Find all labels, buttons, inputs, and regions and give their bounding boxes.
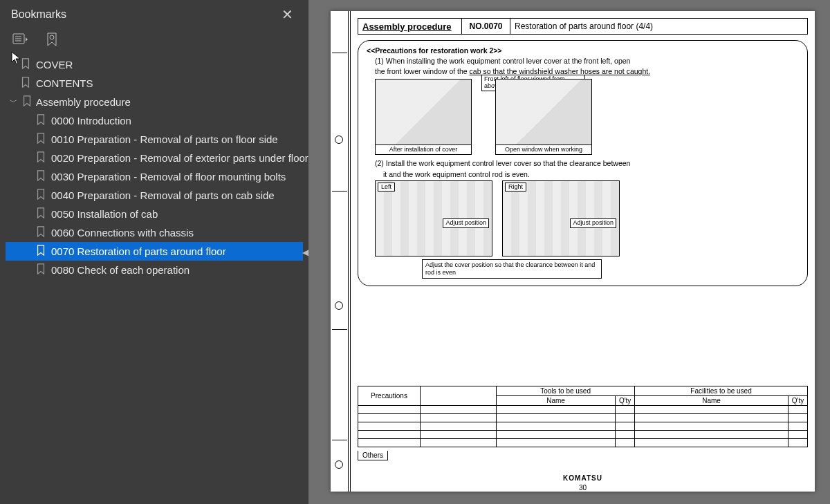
bookmark-label: 0040 Preparation - Removal of parts on c… xyxy=(51,189,275,201)
page-content: Assembly procedure NO.0070 Restoration o… xyxy=(350,11,815,492)
th-precautions: Precautions xyxy=(358,386,421,406)
bookmark-icon xyxy=(36,151,46,165)
tag-right: Right xyxy=(505,183,526,192)
bookmark-0040[interactable]: 0040 Preparation - Removal of parts on c… xyxy=(6,186,303,205)
note-1-line-a: (1) When installing the work equipment c… xyxy=(375,57,799,66)
bookmark-label: CONTENTS xyxy=(36,77,93,89)
bookmark-icon xyxy=(36,114,46,127)
header-number: NO.0070 xyxy=(462,19,510,34)
th-name: Name xyxy=(635,396,788,406)
th-qty: Q'ty xyxy=(788,396,808,406)
bookmarks-title: Bookmarks xyxy=(11,8,66,21)
bookmark-cover[interactable]: COVER xyxy=(6,55,303,74)
adjust-label: Adjust position xyxy=(570,218,616,227)
figure-caption: After installation of cover xyxy=(376,144,471,154)
figure-left: Left Adjust position xyxy=(375,180,492,256)
bookmark-label: 0020 Preparation - Removal of exterior p… xyxy=(51,152,308,164)
bookmark-0070[interactable]: 0070 Restoration of parts around floor xyxy=(6,242,303,261)
figure-row-2: Left Adjust position Right Adjust positi… xyxy=(375,180,799,256)
bookmark-label: COVER xyxy=(36,59,73,71)
bookmark-label: 0070 Restoration of parts around floor xyxy=(51,245,226,257)
chevron-down-icon[interactable]: ﹀ xyxy=(10,97,18,107)
others-label: Others xyxy=(358,451,388,460)
brand-label: KOMATSU xyxy=(351,474,815,482)
bookmark-icon xyxy=(36,189,46,202)
th-facilities: Facilities to be used xyxy=(635,386,808,396)
bookmark-0020[interactable]: 0020 Preparation - Removal of exterior p… xyxy=(6,149,303,167)
section-title: <<Precautions for restoration work 2>> xyxy=(367,46,799,55)
svg-point-4 xyxy=(50,35,54,39)
bookmark-label: 0080 Check of each operation xyxy=(51,264,190,276)
bookmark-0000[interactable]: 0000 Introduction xyxy=(6,111,303,130)
th-tools: Tools to be used xyxy=(497,386,635,396)
page-header: Assembly procedure NO.0070 Restoration o… xyxy=(358,18,808,35)
bookmarks-panel: Bookmarks ✕ COVER CONTENTS ﹀ Assembly pr… xyxy=(0,0,308,504)
figure-open-window: Open window when working xyxy=(495,79,592,155)
th-name: Name xyxy=(497,396,616,406)
bookmark-0030[interactable]: 0030 Preparation - Removal of floor moun… xyxy=(6,167,303,186)
bookmark-tree: COVER CONTENTS ﹀ Assembly procedure 0000… xyxy=(0,53,308,285)
bookmark-contents[interactable]: CONTENTS xyxy=(6,74,303,93)
precautions-panel: <<Precautions for restoration work 2>> (… xyxy=(358,40,808,286)
bookmark-icon xyxy=(22,95,32,109)
bookmark-0080[interactable]: 0080 Check of each operation xyxy=(6,261,303,279)
close-panel-button[interactable]: ✕ xyxy=(277,5,297,24)
note-2-line-b: it and the work equipment control rod is… xyxy=(383,170,799,179)
figure-after-install: After installation of cover xyxy=(375,79,472,155)
bookmark-0060[interactable]: 0060 Connections with chassis xyxy=(6,223,303,242)
bookmark-label: Assembly procedure xyxy=(36,96,131,108)
tag-left: Left xyxy=(378,183,395,192)
adjust-note: Adjust the cover position so that the cl… xyxy=(422,259,602,279)
figure-row-1: After installation of cover Front left o… xyxy=(375,79,799,155)
binder-margin xyxy=(331,11,349,492)
document-viewport[interactable]: Assembly procedure NO.0070 Restoration o… xyxy=(308,0,830,504)
bookmark-options-button[interactable] xyxy=(11,30,29,48)
bookmark-icon xyxy=(36,245,46,258)
resources-table: Precautions Tools to be used Facilities … xyxy=(358,386,808,447)
bookmarks-toolbar xyxy=(0,25,308,53)
bookmark-assembly-procedure[interactable]: ﹀ Assembly procedure xyxy=(6,93,303,111)
bookmark-0010[interactable]: 0010 Preparation - Removal of parts on f… xyxy=(6,130,303,149)
bookmark-icon xyxy=(36,207,46,221)
bookmark-label: 0000 Introduction xyxy=(51,115,131,127)
bookmark-icon xyxy=(36,170,46,183)
bookmark-icon xyxy=(36,226,46,239)
th-qty: Q'ty xyxy=(616,396,635,406)
bookmark-0050[interactable]: 0050 Installation of cab xyxy=(6,205,303,223)
bookmark-icon xyxy=(21,77,30,90)
find-bookmark-button[interactable] xyxy=(43,30,61,48)
bookmark-label: 0030 Preparation - Removal of floor moun… xyxy=(51,171,286,183)
page-number: 30 xyxy=(351,484,815,492)
header-description: Restoration of parts around floor (4/4) xyxy=(510,19,807,34)
note-1-line-b: the front lower window of the cab so tha… xyxy=(375,67,799,76)
figure-caption: Open window when working xyxy=(496,144,591,154)
adjust-label: Adjust position xyxy=(443,218,489,227)
bookmark-label: 0050 Installation of cab xyxy=(51,208,158,220)
note-2-line-a: (2) Install the work equipment control l… xyxy=(375,159,799,168)
bookmark-icon xyxy=(36,263,46,277)
bookmark-icon xyxy=(36,133,46,146)
figure-right: Right Adjust position xyxy=(502,180,620,256)
bookmark-icon xyxy=(21,58,30,71)
header-title: Assembly procedure xyxy=(358,19,462,34)
bookmark-label: 0010 Preparation - Removal of parts on f… xyxy=(51,133,278,145)
bookmark-label: 0060 Connections with chassis xyxy=(51,227,194,239)
